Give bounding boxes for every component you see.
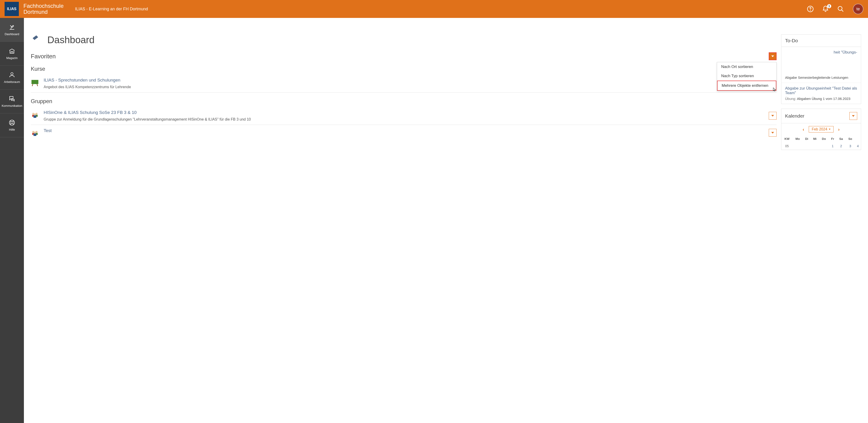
calendar-prev-button[interactable]: ‹: [803, 127, 804, 132]
nav-arbeitsraum[interactable]: Arbeitsraum: [0, 66, 24, 90]
cal-week-number: 05: [781, 142, 793, 150]
svg-rect-7: [31, 80, 38, 84]
nav-kommunikation-label: Kommunikation: [2, 104, 22, 107]
svg-point-2: [838, 6, 842, 10]
nav-magazin-label: Magazin: [6, 56, 18, 60]
building-icon: [8, 47, 16, 55]
svg-point-16: [32, 131, 34, 133]
menu-remove-multiple[interactable]: Mehrere Objekte entfernen: [717, 80, 776, 91]
svg-point-10: [32, 113, 34, 115]
site-subtitle: ILIAS - E-Learning an der FH Dortmund: [75, 7, 148, 11]
svg-point-6: [11, 122, 13, 124]
group-item-actions-button[interactable]: [769, 129, 777, 137]
menu-remove-multiple-label: Mehrere Objekte entfernen: [722, 84, 768, 88]
caret-down-icon: [829, 129, 831, 130]
cal-day[interactable]: [803, 142, 811, 150]
svg-rect-15: [34, 116, 36, 118]
page-heading: Dashboard: [31, 34, 777, 45]
course-item: ILIAS - Sprechstunden und Schulungen Ang…: [31, 74, 777, 93]
todo-item: Abgabe zur Übungseinheit "Test Datei als…: [781, 83, 861, 104]
nav-hilfe-label: Hilfe: [9, 128, 15, 131]
page-title: Dashboard: [47, 34, 94, 45]
university-line1: Fachhochschule: [24, 3, 64, 9]
todo-heading: To-Do: [781, 35, 861, 47]
todo-link[interactable]: Abgabe zur Übungseinheit "Test Datei als…: [785, 86, 857, 95]
group-icon: [31, 111, 39, 119]
gruppen-heading: Gruppen: [31, 98, 777, 104]
desk-lamp-icon: [8, 24, 16, 31]
calendar-month-selector[interactable]: Feb 2024: [809, 126, 834, 132]
group-item: HISinOne & ILIAS Schulung SoSe 23 FB 3 &…: [31, 107, 777, 125]
todo-sub-value: Abgaben Übung 1 vom 17.06.2023: [797, 97, 850, 101]
svg-point-18: [36, 131, 38, 133]
course-link[interactable]: ILIAS - Sprechstunden und Schulungen: [44, 77, 777, 83]
person-icon: [8, 71, 16, 78]
notification-bell-icon[interactable]: 1: [822, 5, 829, 12]
nav-dashboard-label: Dashboard: [5, 32, 19, 36]
course-icon: [31, 78, 39, 87]
svg-point-4: [11, 72, 13, 75]
favorites-actions-dropdown-button[interactable]: [769, 52, 777, 60]
calendar-heading: Kalender: [785, 113, 804, 119]
todo-link[interactable]: heit "Übungs-: [785, 50, 857, 55]
group-item: Test: [31, 125, 777, 140]
university-line2: Dortmund: [24, 9, 64, 15]
cal-head-so: So: [846, 135, 855, 142]
svg-point-20: [34, 132, 36, 133]
course-description: Angebot des ILIAS Kompetenzzentrums für …: [44, 85, 777, 89]
group-description: Gruppe zur Anmeldung für die Grundlagens…: [44, 117, 764, 122]
svg-line-9: [37, 84, 38, 86]
todo-subtext: Übung: Abgaben Übung 1 vom 17.06.2023: [785, 97, 857, 101]
todo-subtext: Übung: Abgabe Semesterbegleitende Leistu…: [785, 72, 857, 79]
chat-icon: [8, 95, 16, 102]
cal-head-kw: KW: [781, 135, 793, 142]
university-name: Fachhochschule Dortmund: [24, 3, 64, 15]
ilias-logo: ILIAS: [5, 2, 19, 16]
nav-kommunikation[interactable]: Kommunikation: [0, 90, 24, 113]
caret-down-icon: [771, 131, 774, 134]
group-icon: [31, 129, 39, 137]
menu-sort-by-location[interactable]: Nach Ort sortieren: [717, 62, 776, 71]
nav-magazin[interactable]: Magazin: [0, 42, 24, 66]
caret-down-icon: [852, 115, 855, 117]
cal-day[interactable]: [793, 142, 803, 150]
calendar-actions-button[interactable]: [849, 112, 857, 120]
todo-sub-label: Übung:: [785, 97, 796, 101]
calendar-panel: Kalender ‹ Feb 2024 › KW Mo Di Mi: [781, 109, 861, 150]
caret-down-icon: [771, 55, 774, 58]
cal-day[interactable]: [811, 142, 819, 150]
group-item-actions-button[interactable]: [769, 112, 777, 120]
cal-day[interactable]: 2: [837, 142, 845, 150]
calendar-grid: KW Mo Di Mi Do Fr Sa So 05 1 2: [781, 135, 861, 150]
notification-count-badge: 1: [827, 4, 831, 8]
cursor-pointer-icon: [772, 88, 776, 92]
svg-line-8: [32, 84, 33, 86]
lifebuoy-icon: [8, 119, 16, 126]
kurse-heading: Kurse: [31, 66, 777, 72]
svg-point-14: [34, 113, 36, 115]
nav-arbeitsraum-label: Arbeitsraum: [4, 80, 20, 84]
help-icon[interactable]: [807, 5, 814, 12]
avatar[interactable]: te: [853, 4, 863, 14]
calendar-next-button[interactable]: ›: [838, 127, 840, 132]
calendar-month-label: Feb 2024: [812, 127, 827, 131]
cal-head-di: Di: [803, 135, 811, 142]
nav-dashboard[interactable]: Dashboard: [0, 18, 24, 42]
cal-head-mo: Mo: [793, 135, 803, 142]
caret-down-icon: [771, 115, 774, 117]
cal-day[interactable]: [819, 142, 829, 150]
cal-day[interactable]: 3: [846, 142, 855, 150]
cal-day[interactable]: 4: [855, 142, 861, 150]
group-link[interactable]: Test: [44, 128, 764, 133]
menu-sort-by-type[interactable]: Nach Typ sortieren: [717, 71, 776, 80]
nav-hilfe[interactable]: Hilfe: [0, 113, 24, 137]
todo-panel: To-Do heit "Übungs- Übung: Abgabe Semest…: [781, 34, 861, 104]
search-icon[interactable]: [837, 5, 844, 12]
favorites-heading: Favoriten: [31, 53, 56, 60]
group-link[interactable]: HISinOne & ILIAS Schulung SoSe 23 FB 3 &…: [44, 110, 764, 115]
cal-head-fr: Fr: [829, 135, 837, 142]
todo-item: heit "Übungs- Übung: Abgabe Semesterbegl…: [781, 47, 861, 83]
cal-head-do: Do: [819, 135, 829, 142]
svg-line-3: [842, 10, 843, 12]
cal-day[interactable]: 1: [829, 142, 837, 150]
